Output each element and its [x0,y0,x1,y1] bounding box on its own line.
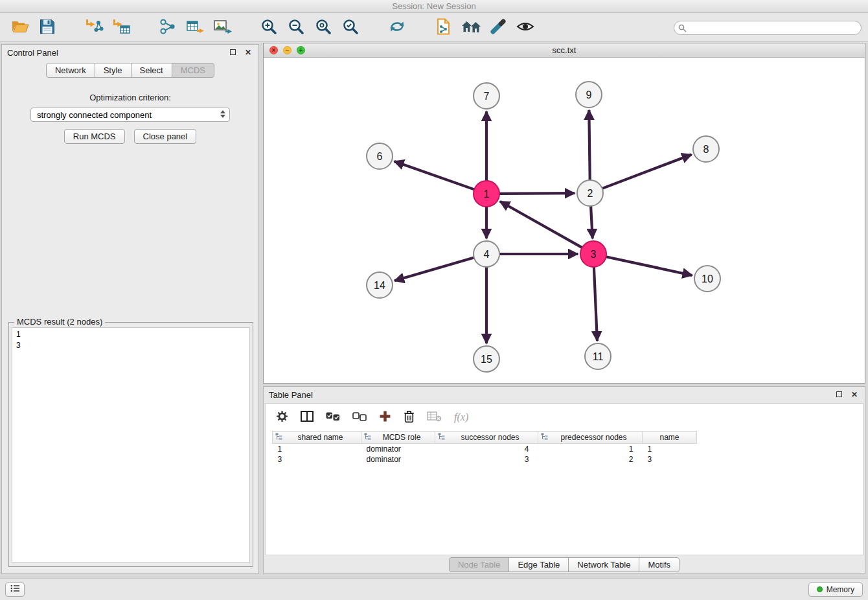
tab-style[interactable]: Style [95,63,131,78]
task-history-button[interactable] [5,583,25,597]
tab-select[interactable]: Select [131,63,172,78]
tab-node-table[interactable]: Node Table [449,557,510,572]
criterion-select[interactable]: strongly connected component [30,108,230,122]
run-mcds-button[interactable]: Run MCDS [64,129,125,144]
zoom-selected-button[interactable] [337,16,364,40]
graph-edge[interactable] [499,193,575,194]
graph-node[interactable]: 9 [576,82,602,108]
table-settings-button[interactable] [276,410,288,424]
table-cell[interactable]: 2 [538,454,643,465]
table-row[interactable]: 3dominator323 [273,454,697,465]
float-table-panel-button[interactable] [834,389,844,400]
new-network-button[interactable] [154,16,181,40]
export-image-icon [213,19,232,36]
minimize-window-button[interactable]: − [283,46,291,54]
table-row[interactable]: 1dominator411 [273,444,697,454]
graph-node[interactable]: 11 [585,343,611,369]
share-document-icon [436,18,451,37]
table-cell[interactable]: 3 [643,454,697,465]
close-table-panel-button[interactable]: ✕ [849,389,860,400]
graph-node[interactable]: 7 [474,83,499,109]
apply-style-button[interactable] [485,16,512,40]
import-table-button[interactable] [108,16,135,40]
select-all-button[interactable] [326,412,340,423]
table-cell[interactable]: 1 [538,444,643,454]
export-table-icon [186,19,205,36]
share-document-button[interactable] [430,16,457,40]
graph-edge[interactable] [594,267,597,341]
mcds-result-text[interactable]: 1 3 [12,327,250,563]
graph-edge[interactable] [606,257,692,275]
table-cell[interactable]: 3 [273,454,361,465]
delete-table-button[interactable] [427,411,442,424]
graph-node[interactable]: 4 [474,241,499,267]
close-panel-action-button[interactable]: Close panel [134,129,197,144]
graph-edge[interactable] [394,258,474,281]
column-header-successor-nodes[interactable]: successor nodes [435,432,538,444]
table-cell[interactable]: dominator [361,444,435,454]
graph-edge[interactable] [589,110,589,180]
tab-network[interactable]: Network [46,63,95,78]
close-window-button[interactable]: × [269,46,278,54]
import-network-button[interactable] [80,16,108,40]
column-header-predecessor-nodes[interactable]: predecessor nodes [538,432,643,444]
graph-node[interactable]: 3 [580,241,606,267]
graph-edge[interactable] [591,206,593,238]
list-icon [10,584,20,594]
tab-network-table[interactable]: Network Table [568,557,639,572]
tab-mcds[interactable]: MCDS [172,63,214,78]
network-canvas[interactable]: 7968124314101511 [264,58,865,383]
search-icon [678,23,687,35]
table-cell[interactable]: 1 [273,444,361,454]
home-button[interactable] [457,16,485,40]
column-header-name[interactable]: name [643,432,697,444]
zoom-out-button[interactable] [282,16,310,40]
graph-node-label: 1 [484,189,490,200]
refresh-button[interactable] [383,16,411,40]
open-session-button[interactable] [6,16,34,40]
table-cell[interactable]: dominator [361,454,435,465]
show-hide-button[interactable] [512,16,539,40]
export-image-button[interactable] [209,16,236,40]
function-builder-button[interactable]: f(x) [454,411,468,423]
delete-table-icon [427,411,442,424]
graph-node[interactable]: 10 [694,266,720,292]
graph-node[interactable]: 1 [474,181,499,207]
graph-node[interactable]: 8 [693,136,719,162]
export-table-button[interactable] [181,16,209,40]
graph-node[interactable]: 15 [474,346,499,372]
column-header-mcds-role[interactable]: MCDS role [361,432,435,444]
save-session-button[interactable] [34,16,61,40]
toggle-columns-button[interactable] [301,411,314,424]
graph-edge[interactable] [602,155,692,189]
graph-node[interactable]: 2 [577,180,603,206]
float-panel-button[interactable] [227,47,238,58]
memory-button[interactable]: Memory [808,583,863,597]
column-header-shared-name[interactable]: shared name [273,432,361,444]
deselect-all-button[interactable] [352,412,367,423]
close-panel-button[interactable]: ✕ [243,47,253,58]
criterion-select-value: strongly connected component [37,110,152,120]
gear-icon [276,410,288,424]
zoom-in-button[interactable] [255,16,282,40]
graph-node[interactable]: 6 [367,143,393,169]
graph-edge[interactable] [394,161,474,189]
table-cell[interactable]: 1 [643,444,697,454]
delete-column-button[interactable] [404,410,415,425]
maximize-window-button[interactable]: + [297,46,305,54]
graph-node-label: 11 [593,351,604,362]
select-arrows-icon [220,110,225,118]
graph-node-label: 7 [484,91,490,102]
memory-status-icon [817,586,823,592]
tab-edge-table[interactable]: Edge Table [508,557,569,572]
graph-edge[interactable] [500,202,582,248]
import-network-icon [85,19,104,37]
graph-node[interactable]: 14 [367,272,393,298]
table-cell[interactable]: 3 [435,454,538,465]
trash-icon [404,410,415,425]
zoom-fit-button[interactable] [310,16,337,40]
table-cell[interactable]: 4 [435,444,538,454]
search-input[interactable] [674,21,862,35]
add-column-button[interactable] [379,410,391,424]
tab-motifs[interactable]: Motifs [639,557,680,572]
